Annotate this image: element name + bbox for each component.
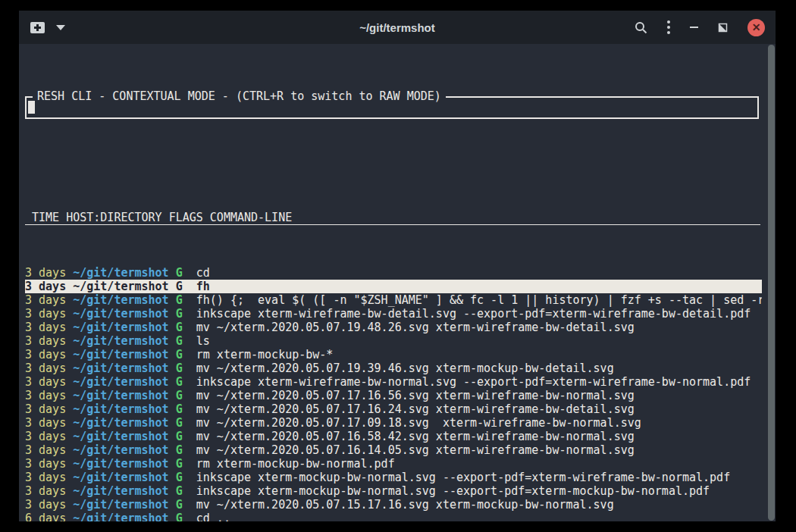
row-directory: ~/git/termshot [73, 457, 175, 471]
row-time: 3 days [25, 430, 73, 443]
row-command: cd [196, 266, 210, 280]
row-flags: G [176, 266, 196, 280]
history-row[interactable]: 3 days ~/git/termshot G ls [25, 334, 762, 348]
row-time: 3 days [25, 361, 73, 375]
history-row[interactable]: 3 days ~/git/termshot G mv ~/xterm.2020.… [25, 389, 762, 402]
row-command: mv ~/xterm.2020.05.07.17.09.18.svg xterm… [196, 416, 641, 430]
row-directory: ~/git/termshot [73, 361, 175, 375]
row-command: inkscape xterm-mockup-bw-normal.svg --ex… [196, 484, 710, 498]
row-command: mv ~/xterm.2020.05.07.17.16.24.svg xterm… [196, 402, 635, 416]
menu-button[interactable] [667, 20, 670, 34]
row-directory: ~/git/termshot [73, 334, 175, 348]
row-flags: G [176, 307, 196, 321]
history-row[interactable]: 6 days ~/git/termshot G cd .. [25, 512, 762, 521]
row-flags: G [176, 334, 196, 348]
minimize-icon [690, 27, 698, 28]
search-box-title: RESH CLI - CONTEXTUAL MODE - (CTRL+R to … [33, 89, 446, 103]
row-command: mv ~/xterm.2020.05.07.16.14.05.svg xterm… [196, 443, 635, 457]
close-icon: ✕ [752, 22, 761, 33]
row-directory: ~/git/termshot [73, 321, 175, 334]
table-header: TIME HOST:DIRECTORY FLAGS COMMAND-LINE [25, 211, 760, 225]
row-time: 3 days [25, 471, 73, 484]
restore-window-icon [718, 23, 728, 33]
history-row-selected[interactable]: 3 days ~/git/termshot G fh [25, 280, 762, 293]
row-time: 3 days [25, 293, 73, 307]
titlebar-left-group [30, 21, 196, 34]
row-time: 3 days [25, 334, 73, 348]
row-command: mv ~/xterm.2020.05.07.19.48.26.svg xterm… [196, 321, 635, 334]
row-flags: G [176, 416, 196, 430]
row-flags: G [176, 389, 196, 402]
row-flags: G [176, 484, 196, 498]
scrollbar-thumb[interactable] [768, 45, 775, 521]
new-tab-dropdown-button[interactable] [56, 25, 65, 30]
row-time: 3 days [25, 498, 73, 512]
row-time: 3 days [25, 321, 73, 334]
history-row[interactable]: 3 days ~/git/termshot G mv ~/xterm.2020.… [25, 416, 762, 430]
chevron-down-icon [56, 25, 65, 30]
row-time: 3 days [25, 375, 73, 389]
history-rows: 3 days ~/git/termshot G cd3 days ~/git/t… [25, 266, 762, 521]
window-title: ~/git/termshot [196, 21, 598, 34]
new-tab-button[interactable] [30, 21, 45, 34]
row-flags: G [176, 280, 196, 293]
search-box[interactable]: RESH CLI - CONTEXTUAL MODE - (CTRL+R to … [25, 96, 759, 119]
kebab-menu-icon [667, 20, 670, 34]
history-row[interactable]: 3 days ~/git/termshot G cd [25, 266, 762, 280]
restore-button[interactable] [718, 23, 728, 33]
row-directory: ~/git/termshot [73, 484, 175, 498]
row-time: 3 days [25, 389, 73, 402]
row-command: rm xterm-mockup-bw-normal.pdf [196, 457, 395, 471]
row-flags: G [176, 498, 196, 512]
history-row[interactable]: 3 days ~/git/termshot G mv ~/xterm.2020.… [25, 321, 762, 334]
row-time: 6 days [25, 512, 73, 521]
row-flags: G [176, 430, 196, 443]
row-command: ls [196, 334, 210, 348]
spacer [25, 160, 762, 170]
history-row[interactable]: 3 days ~/git/termshot G mv ~/xterm.2020.… [25, 430, 762, 443]
history-row[interactable]: 3 days ~/git/termshot G inkscape xterm-w… [25, 307, 762, 321]
row-flags: G [176, 471, 196, 484]
history-row[interactable]: 3 days ~/git/termshot G mv ~/xterm.2020.… [25, 402, 762, 416]
row-flags: G [176, 457, 196, 471]
row-directory: ~/git/termshot [73, 280, 175, 293]
history-row[interactable]: 3 days ~/git/termshot G mv ~/xterm.2020.… [25, 498, 762, 512]
close-button[interactable]: ✕ [747, 19, 765, 36]
row-command: cd .. [196, 512, 230, 521]
row-flags: G [176, 361, 196, 375]
text-cursor [28, 101, 35, 114]
history-row[interactable]: 3 days ~/git/termshot G mv ~/xterm.2020.… [25, 443, 762, 457]
history-row[interactable]: 3 days ~/git/termshot G rm xterm-mockup-… [25, 457, 762, 471]
row-directory: ~/git/termshot [73, 307, 175, 321]
row-directory: ~/git/termshot [73, 348, 175, 361]
row-command: fh() {; eval $( ([ -n "$ZSH_NAME" ] && f… [196, 293, 762, 307]
row-flags: G [176, 321, 196, 334]
row-time: 3 days [25, 307, 73, 321]
row-command: mv ~/xterm.2020.05.07.15.17.16.svg xterm… [196, 498, 614, 512]
row-directory: ~/git/termshot [73, 266, 175, 280]
row-flags: G [176, 293, 196, 307]
row-time: 3 days [25, 416, 73, 430]
row-directory: ~/git/termshot [73, 416, 175, 430]
resh-cli-app: RESH CLI - CONTEXTUAL MODE - (CTRL+R to … [25, 45, 762, 521]
row-directory: ~/git/termshot [73, 430, 175, 443]
row-flags: G [176, 402, 196, 416]
row-time: 3 days [25, 280, 73, 293]
row-directory: ~/git/termshot [73, 512, 175, 521]
row-time: 3 days [25, 266, 73, 280]
search-button[interactable] [635, 21, 647, 34]
terminal-screen[interactable]: RESH CLI - CONTEXTUAL MODE - (CTRL+R to … [19, 44, 776, 521]
row-command: inkscape xterm-wireframe-bw-normal.svg -… [196, 375, 751, 389]
row-directory: ~/git/termshot [73, 389, 175, 402]
history-row[interactable]: 3 days ~/git/termshot G inkscape xterm-w… [25, 375, 762, 389]
search-icon [635, 21, 647, 34]
history-row[interactable]: 3 days ~/git/termshot G fh() {; eval $( … [25, 293, 762, 307]
history-row[interactable]: 3 days ~/git/termshot G inkscape xterm-m… [25, 484, 762, 498]
history-row[interactable]: 3 days ~/git/termshot G mv ~/xterm.2020.… [25, 361, 762, 375]
history-row[interactable]: 3 days ~/git/termshot G rm xterm-mockup-… [25, 348, 762, 361]
minimize-button[interactable] [690, 27, 698, 28]
row-command: mv ~/xterm.2020.05.07.17.16.56.svg xterm… [196, 389, 635, 402]
history-row[interactable]: 3 days ~/git/termshot G inkscape xterm-m… [25, 471, 762, 484]
row-time: 3 days [25, 457, 73, 471]
row-time: 3 days [25, 443, 73, 457]
